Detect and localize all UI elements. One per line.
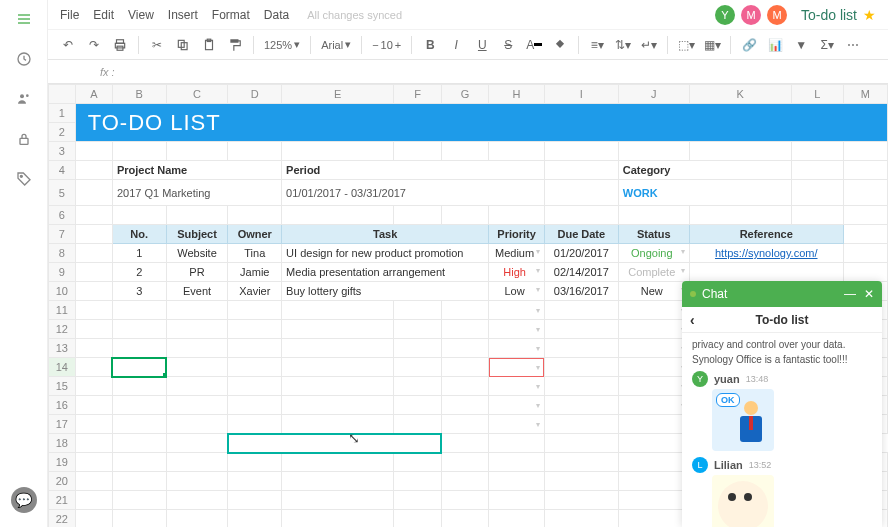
print-icon[interactable] bbox=[112, 37, 128, 53]
format-paint-icon[interactable] bbox=[227, 37, 243, 53]
chat-message: privacy and control over your data. bbox=[692, 339, 872, 350]
font-select[interactable]: Arial ▾ bbox=[321, 38, 351, 51]
collaborator-cell[interactable]: yuan⤡ bbox=[228, 434, 441, 453]
lock-icon[interactable] bbox=[15, 130, 33, 148]
undo-icon[interactable]: ↶ bbox=[60, 37, 76, 53]
col-header-row[interactable]: ABCDEFGHIJKLM bbox=[49, 85, 888, 104]
avatar: Y bbox=[692, 371, 708, 387]
svg-point-4 bbox=[20, 94, 24, 98]
people-icon[interactable] bbox=[15, 90, 33, 108]
more-button[interactable]: ⋯ bbox=[845, 37, 861, 53]
label-category[interactable]: Category bbox=[618, 161, 791, 180]
value-period[interactable]: 01/01/2017 - 03/31/2017 bbox=[282, 180, 545, 206]
copy-icon[interactable] bbox=[175, 37, 191, 53]
chat-subheader: ‹ To-do list bbox=[682, 307, 882, 333]
reference-link[interactable]: https://synology.com/ bbox=[715, 247, 818, 259]
menu-edit[interactable]: Edit bbox=[93, 8, 114, 22]
value-project[interactable]: 2017 Q1 Marketing bbox=[112, 180, 281, 206]
menu-data[interactable]: Data bbox=[264, 8, 289, 22]
menu-file[interactable]: File bbox=[60, 8, 79, 22]
chat-message: Synology Office is a fantastic tool!!! bbox=[692, 354, 872, 365]
text-color-button[interactable]: A bbox=[526, 37, 542, 53]
label-project[interactable]: Project Name bbox=[112, 161, 281, 180]
merge-button[interactable]: ⬚▾ bbox=[678, 37, 694, 53]
tag-icon[interactable] bbox=[15, 170, 33, 188]
other-user-selection[interactable]: ▾ bbox=[489, 358, 545, 377]
menu-bar: File Edit View Insert Format Data All ch… bbox=[48, 0, 888, 30]
zoom-select[interactable]: 125% ▾ bbox=[264, 38, 300, 51]
function-button[interactable]: Σ▾ bbox=[819, 37, 835, 53]
avatar[interactable]: Y bbox=[715, 5, 735, 25]
chat-title: Chat bbox=[702, 287, 727, 301]
menu-format[interactable]: Format bbox=[212, 8, 250, 22]
chat-room-name: To-do list bbox=[755, 313, 808, 327]
avatar[interactable]: M bbox=[741, 5, 761, 25]
valign-button[interactable]: ⇅▾ bbox=[615, 37, 631, 53]
cut-icon[interactable]: ✂ bbox=[149, 37, 165, 53]
active-cell[interactable] bbox=[112, 358, 166, 377]
menu-insert[interactable]: Insert bbox=[168, 8, 198, 22]
fontsize-select[interactable]: − 10 + bbox=[372, 39, 401, 51]
chat-header[interactable]: Chat —✕ bbox=[682, 281, 882, 307]
filter-button[interactable]: ▼ bbox=[793, 37, 809, 53]
sheet-title[interactable]: TO-DO LIST bbox=[75, 104, 887, 142]
fill-color-button[interactable] bbox=[552, 37, 568, 53]
chart-button[interactable]: 📊 bbox=[767, 37, 783, 53]
label-period[interactable]: Period bbox=[282, 161, 545, 180]
svg-rect-6 bbox=[20, 138, 28, 144]
link-button[interactable]: 🔗 bbox=[741, 37, 757, 53]
chat-panel: Chat —✕ ‹ To-do list privacy and control… bbox=[682, 281, 882, 527]
doc-name[interactable]: To-do list bbox=[801, 7, 857, 23]
chat-user-row: L Lilian 13:52 bbox=[692, 457, 872, 473]
toolbar: ↶ ↷ ✂ 125% ▾ Arial ▾ − 10 + B I U S A ≡▾… bbox=[48, 30, 888, 60]
close-icon[interactable]: ✕ bbox=[864, 287, 874, 301]
sticker-ok-person: OK bbox=[712, 389, 774, 451]
align-button[interactable]: ≡▾ bbox=[589, 37, 605, 53]
cursor-icon: ⤡ bbox=[348, 434, 360, 447]
bold-button[interactable]: B bbox=[422, 37, 438, 53]
avatar: L bbox=[692, 457, 708, 473]
svg-point-7 bbox=[20, 175, 22, 177]
chat-user-row: Y yuan 13:48 bbox=[692, 371, 872, 387]
value-category[interactable]: WORK bbox=[618, 180, 791, 206]
chat-launcher-icon[interactable]: 💬 bbox=[11, 487, 37, 513]
italic-button[interactable]: I bbox=[448, 37, 464, 53]
back-icon[interactable]: ‹ bbox=[690, 312, 695, 328]
borders-button[interactable]: ▦▾ bbox=[704, 37, 720, 53]
menu-icon[interactable] bbox=[15, 10, 33, 28]
clock-icon[interactable] bbox=[15, 50, 33, 68]
sync-status: All changes synced bbox=[307, 9, 402, 21]
paste-icon[interactable] bbox=[201, 37, 217, 53]
sticker-dog bbox=[712, 475, 774, 527]
minimize-icon[interactable]: — bbox=[844, 287, 856, 301]
status-dot-icon bbox=[690, 291, 696, 297]
formula-bar[interactable]: fx : bbox=[48, 60, 888, 84]
star-icon[interactable]: ★ bbox=[863, 7, 876, 23]
menu-view[interactable]: View bbox=[128, 8, 154, 22]
avatar[interactable]: M bbox=[767, 5, 787, 25]
left-rail: 💬 bbox=[0, 0, 48, 527]
svg-point-5 bbox=[26, 94, 29, 97]
chat-body[interactable]: privacy and control over your data. Syno… bbox=[682, 333, 882, 527]
redo-icon[interactable]: ↷ bbox=[86, 37, 102, 53]
wrap-button[interactable]: ↵▾ bbox=[641, 37, 657, 53]
strike-button[interactable]: S bbox=[500, 37, 516, 53]
fx-label: fx : bbox=[100, 66, 115, 78]
underline-button[interactable]: U bbox=[474, 37, 490, 53]
